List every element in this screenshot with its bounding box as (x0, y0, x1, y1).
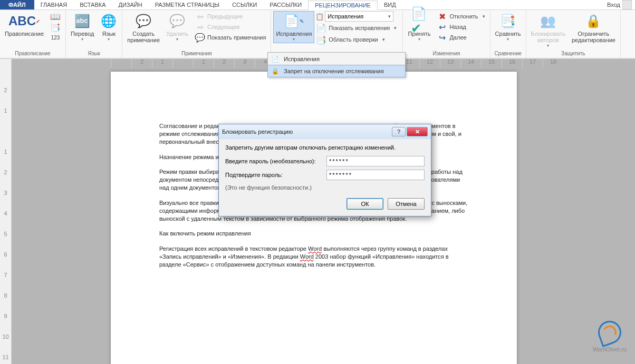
translate-icon: 🔤 (74, 13, 91, 29)
display-mode-dropdown[interactable]: Исправления▾ (325, 11, 393, 22)
chevron-down-icon: ▾ (394, 25, 397, 31)
next-icon: ➡ (195, 22, 205, 32)
spelling-button[interactable]: ABC✓ Правописание (2, 11, 46, 38)
chevron-down-icon: ▾ (483, 14, 485, 19)
menu-bar: ФАЙЛ ГЛАВНАЯ ВСТАВКА ДИЗАЙН РАЗМЕТКА СТР… (0, 0, 635, 10)
menu-item-lock-tracking[interactable]: 🔒 Запрет на отключение отслеживания (267, 65, 406, 77)
ruler-vertical: 211234567891011 (0, 59, 12, 364)
forward-icon: ↪ (437, 32, 447, 43)
book-icon: 📖 (50, 11, 61, 22)
tab-mailings[interactable]: РАССЫЛКИ (263, 0, 308, 9)
watermark-logo-icon (595, 318, 624, 347)
track-icon: 📄✎ (285, 13, 302, 29)
watermark: WamOtvet.ru (593, 321, 627, 352)
markup-icon: 📄 (316, 23, 326, 33)
password-label: Введите пароль (необязательно): (225, 158, 323, 164)
lock-icon: 🔒 (585, 13, 602, 29)
menu-item-track[interactable]: 📄 Исправления (268, 53, 405, 65)
reject-button[interactable]: ✖Отклонить▾ (434, 11, 487, 22)
document-page: Согласование и редактирование договоров … (111, 72, 517, 364)
tab-design[interactable]: ДИЗАЙН (112, 0, 148, 9)
lock-tracking-icon: 🔒 (271, 67, 280, 75)
back-icon: ↩ (437, 22, 447, 32)
confirm-password-input[interactable] (326, 170, 425, 180)
dialog-titlebar[interactable]: Блокировать регистрацию ? ✕ (219, 124, 431, 139)
ok-button[interactable]: ОК (347, 198, 383, 210)
chevron-down-icon: ▾ (176, 37, 178, 42)
group-changes: 📄✔ Принять ▾ ✖Отклонить▾ ↩Назад ↪Далее И… (403, 10, 490, 58)
chevron-down-icon: ▾ (81, 37, 83, 42)
wordcount-button[interactable]: 123 (47, 32, 63, 43)
comment-add-icon: 💬 (135, 13, 152, 29)
new-comment-button[interactable]: 💬 Создать примечание (124, 11, 162, 45)
lock-tracking-dialog: Блокировать регистрацию ? ✕ Запретить др… (218, 124, 431, 217)
tab-insert[interactable]: ВСТАВКА (73, 0, 112, 9)
chevron-down-icon: ▾ (108, 37, 110, 42)
block-icon: 👥 (540, 13, 556, 29)
group-protect: 👥 Блокировать авторов ▾ 🔒 Ограничить ред… (526, 10, 621, 58)
group-compare: 📑 Сравнить ▾ Сравнение (490, 10, 526, 58)
track-changes-button[interactable]: 📄✎ Исправления ▾ (273, 11, 314, 43)
language-button[interactable]: 🌐 Язык ▾ (98, 11, 120, 43)
next-comment-button[interactable]: ➡Следующее (192, 22, 268, 32)
dialog-instruction: Запретить другим авторам отключать регис… (225, 144, 425, 151)
paragraph: Регистрация всех исправлений в текстовом… (159, 245, 468, 269)
thesaurus-button[interactable]: 📑 (47, 22, 63, 32)
close-button[interactable]: ✕ (407, 127, 428, 136)
spelling-icon: ABC✓ (16, 13, 33, 29)
prev-icon: ⬅ (195, 11, 205, 22)
avatar-icon (622, 0, 632, 9)
accept-icon: 📄✔ (411, 13, 428, 29)
tab-review[interactable]: РЕЦЕНЗИРОВАНИЕ (308, 1, 378, 10)
help-button[interactable]: ? (392, 127, 406, 136)
tab-layout[interactable]: РАЗМЕТКА СТРАНИЦЫ (149, 0, 226, 9)
comment-delete-icon: 💬 (169, 13, 186, 29)
compare-button[interactable]: 📑 Сравнить ▾ (493, 11, 524, 43)
compare-icon: 📑 (499, 13, 516, 29)
group-spelling: ABC✓ Правописание 📖 📑 123 Правописание (0, 10, 66, 58)
chevron-down-icon: ▾ (382, 37, 385, 42)
password-input[interactable] (326, 156, 425, 166)
ribbon: ABC✓ Правописание 📖 📑 123 Правописание 🔤… (0, 10, 635, 58)
show-markup-button[interactable]: 📄Показать исправления▾ (315, 23, 399, 33)
paragraph: Как включить режим исправления (159, 230, 468, 238)
tab-view[interactable]: ВИД (378, 0, 402, 9)
chevron-down-icon: ▾ (418, 37, 420, 42)
block-authors-button[interactable]: 👥 Блокировать авторов ▾ (528, 11, 568, 50)
login-button[interactable]: Вход (604, 0, 635, 9)
chevron-down-icon: ▾ (293, 37, 295, 42)
research-button[interactable]: 📖 (47, 11, 63, 22)
chevron-down-icon: ▾ (507, 37, 509, 42)
show-comments-icon: 💬 (195, 32, 205, 43)
track-changes-menu: 📄 Исправления 🔒 Запрет на отключение отс… (267, 52, 406, 77)
tab-home[interactable]: ГЛАВНАЯ (34, 0, 73, 9)
pane-icon: 📑 (316, 34, 326, 45)
group-language: 🔤 Перевод ▾ 🌐 Язык ▾ Язык (66, 10, 122, 58)
group-tracking: 📄✎ Исправления ▾ 📋 Исправления▾ 📄Показат… (271, 10, 403, 58)
translate-button[interactable]: 🔤 Перевод ▾ (68, 11, 97, 43)
dialog-title: Блокировать регистрацию (222, 129, 391, 135)
reviewing-pane-button[interactable]: 📑Область проверки▾ (315, 34, 399, 45)
back-button[interactable]: ↩Назад (434, 22, 487, 32)
display-mode-icon: 📋 (315, 13, 324, 21)
confirm-password-label: Подтвердите пароль: (225, 172, 323, 178)
count-icon: 123 (50, 32, 61, 43)
track-icon: 📄 (271, 55, 280, 63)
show-comments-button[interactable]: 💬Показать примечания (192, 32, 268, 43)
restrict-editing-button[interactable]: 🔒 Ограничить редактирование (569, 11, 618, 45)
forward-button[interactable]: ↪Далее (434, 32, 487, 43)
thesaurus-icon: 📑 (50, 22, 61, 32)
login-label: Вход (607, 2, 620, 8)
globe-icon: 🌐 (100, 13, 117, 29)
cancel-button[interactable]: Отмена (388, 198, 425, 210)
chevron-down-icon: ▾ (388, 14, 391, 19)
tab-references[interactable]: ССЫЛКИ (226, 0, 263, 9)
dialog-note: (Это не функция безопасности.) (225, 184, 425, 191)
delete-comment-button[interactable]: 💬 Удалить ▾ (163, 11, 191, 43)
tab-file[interactable]: ФАЙЛ (0, 0, 34, 9)
prev-comment-button[interactable]: ⬅Предыдущее (192, 11, 268, 22)
reject-icon: ✖ (437, 11, 447, 22)
group-comments: 💬 Создать примечание 💬 Удалить ▾ ⬅Предыд… (122, 10, 271, 58)
accept-button[interactable]: 📄✔ Принять ▾ (405, 11, 433, 43)
chevron-down-icon: ▾ (547, 43, 549, 48)
